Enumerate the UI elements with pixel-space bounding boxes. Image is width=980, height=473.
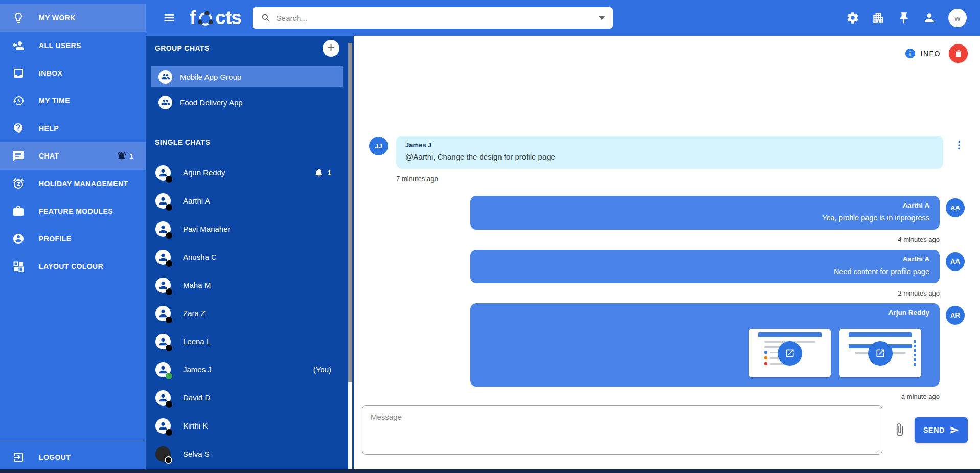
pin-button[interactable]: [897, 11, 910, 25]
organization-button[interactable]: [872, 11, 885, 25]
sidebar-item-feature-modules[interactable]: FEATURE MODULES: [0, 197, 146, 225]
message-bubble: Aarthi A Yea, profile page is in inprogr…: [470, 196, 940, 230]
account-button[interactable]: [923, 11, 936, 25]
message-menu-button[interactable]: [953, 140, 965, 151]
avatar-initials: JJ: [375, 142, 382, 150]
gear-icon: [846, 11, 859, 25]
avatar: [155, 418, 171, 434]
message-author: James J: [405, 141, 934, 149]
single-chat-item-aarthi-a[interactable]: Aarthi A: [146, 187, 354, 215]
sidebar-item-label: FEATURE MODULES: [39, 207, 113, 215]
message-author: Aarthi A: [481, 201, 929, 209]
message-text: Need content for profile page: [481, 267, 929, 276]
single-chats-header: SINGLE CHATS: [155, 138, 210, 146]
single-chat-item-selva-s[interactable]: Selva S: [146, 440, 354, 468]
avatar: [155, 221, 171, 237]
message-timestamp: a minute ago: [901, 393, 940, 400]
status-dot-offline: [166, 260, 172, 267]
add-group-chat-button[interactable]: +: [323, 40, 339, 57]
group-chat-item-mobile-app-group[interactable]: Mobile App Group: [151, 66, 343, 87]
sidebar-item-label: CHAT: [39, 152, 59, 160]
message-aarthi-1: Aarthi A Yea, profile page is in inprogr…: [354, 196, 980, 243]
chat-icon: [12, 150, 25, 162]
sidebar-item-inbox[interactable]: INBOX: [0, 59, 146, 87]
sidebar-item-all-users[interactable]: ALL USERS: [0, 32, 146, 59]
single-chat-item-anusha-c[interactable]: Anusha C: [146, 243, 354, 271]
group-chats-header: GROUP CHATS: [155, 44, 210, 52]
info-button[interactable]: INFO: [904, 48, 941, 59]
attachment-thumbnail[interactable]: [749, 329, 831, 377]
sidebar-item-profile[interactable]: PROFILE: [0, 225, 146, 253]
group-avatar: [158, 96, 172, 109]
sidebar-item-my-work[interactable]: MY WORK: [0, 4, 146, 32]
group-chat-list: Mobile App Group Food Delivery App: [146, 66, 354, 112]
attachment-group: [481, 329, 921, 377]
search-input[interactable]: [277, 14, 594, 22]
message-author: Aarthi A: [481, 255, 929, 263]
single-chat-item-zara-z[interactable]: Zara Z: [146, 299, 354, 327]
sidebar-item-help[interactable]: HELP: [0, 115, 146, 142]
single-chat-list: Arjun Reddy 1 Aarthi A Pavi Manaher: [146, 159, 354, 468]
search-dropdown-caret-icon[interactable]: [599, 16, 605, 20]
message-arjun-attachments: Arjun Reddy: [354, 303, 980, 400]
group-avatar: [158, 70, 172, 84]
message-input[interactable]: [362, 405, 882, 455]
open-attachment-overlay[interactable]: [868, 341, 893, 366]
help-icon: [12, 122, 25, 134]
history-icon: [12, 95, 25, 107]
inbox-icon: [12, 67, 25, 79]
alarm-snooze-icon: [12, 177, 25, 190]
sidebar-item-logout[interactable]: LOGOUT: [0, 441, 146, 473]
single-chats-header-row: SINGLE CHATS: [146, 133, 354, 151]
user-avatar[interactable]: w: [948, 9, 967, 27]
sidebar-item-my-time[interactable]: MY TIME: [0, 87, 146, 115]
delete-chat-button[interactable]: [949, 44, 968, 63]
sidebar-item-label: HOLIDAY MANAGEMENT: [39, 179, 128, 188]
single-chat-item-arjun-reddy[interactable]: Arjun Reddy 1: [146, 159, 354, 187]
group-chat-name: Mobile App Group: [180, 73, 241, 81]
attachment-thumbnail[interactable]: [839, 329, 921, 377]
unread-count: 1: [327, 169, 331, 177]
sidebar-item-layout-colour[interactable]: LAYOUT COLOUR: [0, 253, 146, 280]
logout-icon: [12, 451, 25, 463]
content-area: GROUP CHATS + Mobile App Group Fo: [146, 36, 980, 473]
send-icon: [950, 425, 959, 435]
status-dot-offline: [166, 317, 172, 323]
thumbnail-art: [914, 340, 916, 372]
sidebar-item-label: MY WORK: [39, 14, 76, 22]
scrollbar-thumb[interactable]: [348, 43, 352, 382]
single-chat-item-kirthi-k[interactable]: Kirthi K: [146, 412, 354, 440]
conversation-area: INFO JJ James J @Aarthi, Change the de: [354, 36, 980, 473]
attach-file-button[interactable]: [893, 423, 906, 437]
settings-button[interactable]: [846, 11, 859, 25]
message-composer: SEND: [354, 405, 980, 473]
open-attachment-overlay[interactable]: [778, 341, 802, 366]
status-dot-offline: [166, 204, 172, 211]
sidebar-item-label: HELP: [39, 124, 59, 132]
avatar: [155, 165, 171, 181]
bell-icon: [314, 168, 324, 177]
single-chat-item-pavi-manaher[interactable]: Pavi Manaher: [146, 215, 354, 243]
person-add-icon: [12, 39, 25, 52]
sidebar-item-holiday-management[interactable]: HOLIDAY MANAGEMENT: [0, 170, 146, 197]
avatar: AA: [946, 252, 965, 271]
lightbulb-icon: [12, 12, 25, 24]
group-chat-item-food-delivery-app[interactable]: Food Delivery App: [151, 92, 343, 112]
more-vert-icon: [953, 140, 965, 151]
message-aarthi-2: Aarthi A Need content for profile page A…: [354, 250, 980, 297]
avatar: AA: [946, 198, 965, 217]
paperclip-icon: [893, 423, 906, 437]
conversation-toolbar: INFO: [354, 36, 980, 63]
single-chat-item-maha-m[interactable]: Maha M: [146, 271, 354, 299]
single-chat-item-david-d[interactable]: David D: [146, 384, 354, 412]
message-timestamp: 7 minutes ago: [396, 175, 965, 183]
menu-button[interactable]: [162, 11, 176, 25]
single-chat-item-leena-l[interactable]: Leena L: [146, 327, 354, 355]
chat-user-name: Maha M: [183, 281, 211, 289]
chat-list-scrollbar[interactable]: [348, 43, 352, 473]
single-chat-item-james-j[interactable]: James J (You): [146, 355, 354, 384]
logo-text-right: cts: [215, 7, 241, 29]
sidebar-item-chat[interactable]: CHAT 1: [0, 142, 146, 170]
chat-user-name: Arjun Reddy: [183, 168, 225, 177]
send-button[interactable]: SEND: [915, 417, 968, 443]
